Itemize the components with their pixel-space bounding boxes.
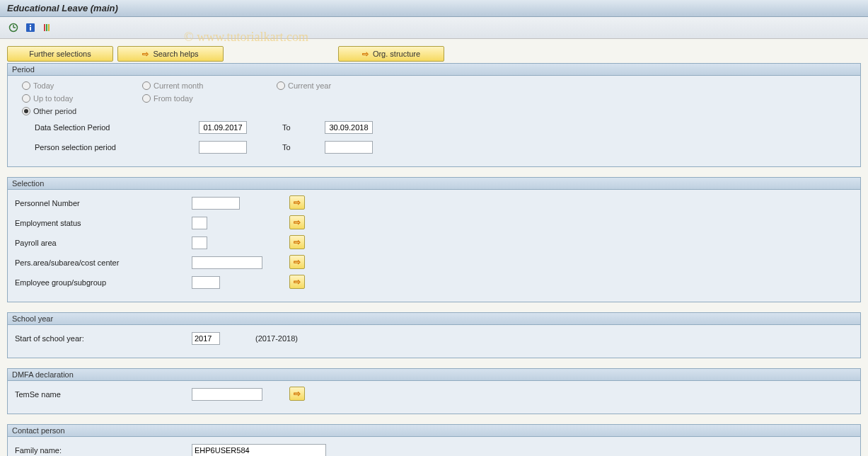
data-period-to-input[interactable] [325, 121, 373, 134]
group-header-dmfa: DMFA declaration [8, 369, 860, 381]
temse-multiselect-button[interactable]: ⇨ [289, 387, 305, 401]
family-name-input[interactable] [192, 444, 326, 456]
employment-status-multiselect-button[interactable]: ⇨ [289, 215, 305, 229]
org-structure-button[interactable]: ⇨ Org. structure [338, 46, 444, 62]
svg-rect-4 [30, 25, 31, 26]
school-year-input[interactable] [192, 332, 220, 345]
svg-rect-8 [48, 24, 50, 31]
person-period-to-input[interactable] [325, 141, 373, 154]
radio-today[interactable]: Today [22, 81, 54, 90]
label-to: To [282, 123, 325, 132]
selection-group: Selection Personnel Number ⇨ Employment … [7, 177, 861, 302]
execute-icon[interactable] [7, 21, 20, 34]
payroll-area-input[interactable] [192, 236, 207, 249]
svg-rect-6 [44, 24, 45, 31]
label-employment-status: Employment status [15, 219, 192, 227]
button-label: Org. structure [373, 50, 420, 58]
employment-status-input[interactable] [192, 217, 207, 229]
action-button-row: Further selections ⇨ Search helps ⇨ Org.… [7, 46, 861, 62]
period-group: Period Today Current month Current year … [7, 63, 861, 167]
label-person-selection-period: Person selection period [22, 143, 199, 152]
radio-current-month[interactable]: Current month [142, 81, 203, 90]
radio-up-to-today[interactable]: Up to today [22, 94, 73, 103]
person-period-from-input[interactable] [199, 141, 247, 154]
personnel-number-input[interactable] [192, 197, 240, 210]
arrow-icon: ⇨ [294, 217, 301, 227]
personnel-number-multiselect-button[interactable]: ⇨ [289, 195, 305, 210]
label-start-school-year: Start of school year: [15, 334, 192, 343]
employee-group-multiselect-button[interactable]: ⇨ [289, 275, 305, 289]
label-pers-area: Pers.area/subarea/cost center [15, 258, 192, 267]
label-employee-group: Employee group/subgroup [15, 278, 192, 287]
label-family-name: Family name: [15, 446, 192, 455]
arrow-icon: ⇨ [362, 50, 369, 59]
arrow-icon: ⇨ [294, 389, 301, 399]
group-header-period: Period [8, 64, 860, 76]
list-icon[interactable] [41, 21, 54, 34]
school-year-range-text: (2017-2018) [255, 334, 298, 343]
school-year-group: School year Start of school year: (2017-… [7, 312, 861, 358]
further-selections-button[interactable]: Further selections [7, 46, 113, 62]
dmfa-group: DMFA declaration TemSe name ⇨ [7, 368, 861, 414]
group-header-contact: Contact person [8, 425, 860, 437]
label-data-selection-period: Data Selection Period [22, 123, 199, 132]
arrow-icon: ⇨ [294, 257, 301, 267]
content-area: Further selections ⇨ Search helps ⇨ Org.… [0, 39, 868, 456]
svg-rect-5 [30, 27, 31, 30]
pers-area-multiselect-button[interactable]: ⇨ [289, 255, 305, 269]
button-label: Further selections [29, 50, 91, 58]
radio-other-period[interactable]: Other period [22, 107, 76, 115]
temse-name-input[interactable] [192, 388, 262, 401]
group-header-selection: Selection [8, 178, 860, 190]
radio-current-year[interactable]: Current year [277, 81, 331, 90]
arrow-icon: ⇨ [142, 50, 149, 59]
app-toolbar [0, 17, 868, 39]
radio-from-today[interactable]: From today [142, 94, 193, 103]
info-icon[interactable] [24, 21, 37, 34]
pers-area-input[interactable] [192, 256, 262, 269]
label-temse-name: TemSe name [15, 390, 192, 399]
window-title: Educational Leave (main) [0, 0, 868, 17]
svg-rect-7 [46, 24, 47, 31]
payroll-area-multiselect-button[interactable]: ⇨ [289, 235, 305, 249]
data-period-from-input[interactable] [199, 121, 247, 134]
employee-group-input[interactable] [192, 276, 220, 289]
label-personnel-number: Personnel Number [15, 199, 192, 207]
label-payroll-area: Payroll area [15, 239, 192, 247]
arrow-icon: ⇨ [294, 237, 301, 247]
arrow-icon: ⇨ [294, 198, 301, 207]
search-helps-button[interactable]: ⇨ Search helps [117, 46, 224, 62]
button-label: Search helps [153, 50, 198, 58]
contact-person-group: Contact person Family name: First name: … [7, 424, 861, 456]
label-to: To [282, 143, 325, 152]
group-header-school-year: School year [8, 313, 860, 325]
arrow-icon: ⇨ [294, 277, 301, 287]
